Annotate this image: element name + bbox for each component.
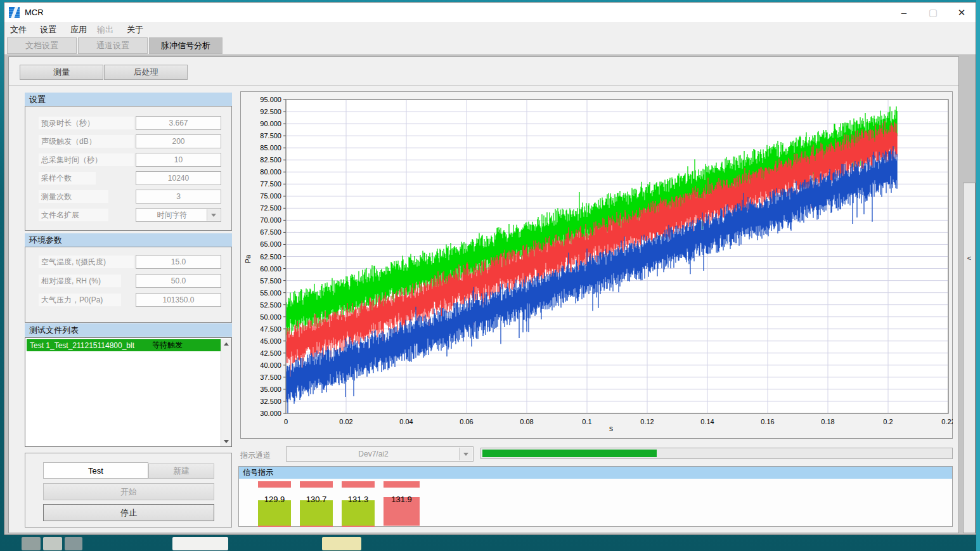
field-label-trigger-level: 声级触发（dB）	[39, 135, 134, 148]
field-value-samples[interactable]: 10240	[136, 171, 221, 185]
field-label-humidity: 相对湿度, RH (%)	[39, 275, 121, 287]
field-value-prerecord[interactable]: 3.667	[136, 116, 221, 130]
svg-text:45.000: 45.000	[260, 337, 281, 345]
minimize-button[interactable]: –	[889, 3, 919, 22]
signal-top-bar	[384, 481, 420, 488]
field-value-trigger-level[interactable]: 200	[136, 134, 221, 148]
svg-text:52.500: 52.500	[260, 301, 281, 309]
app-window: MCR – ▢ ✕ 文件 设置 应用 输出 关于 文档设置 通道设置 脉冲信号分…	[4, 2, 976, 535]
side-panel-collapsed[interactable]: <	[963, 183, 976, 533]
svg-text:0.12: 0.12	[640, 418, 654, 425]
tab-channel-settings[interactable]: 通道设置	[78, 37, 148, 54]
field-value-humidity[interactable]: 50.0	[136, 274, 221, 288]
svg-text:75.000: 75.000	[260, 192, 281, 200]
signal-top-bar	[258, 481, 291, 488]
filename-ext-dropdown[interactable]: 时间字符	[136, 208, 221, 222]
dropdown-arrow-box[interactable]	[207, 209, 220, 221]
chevron-down-icon	[463, 453, 468, 456]
svg-text:0.04: 0.04	[399, 418, 413, 425]
svg-text:65.000: 65.000	[260, 240, 281, 248]
svg-text:40.000: 40.000	[260, 361, 281, 369]
signal-value: 131.3	[342, 495, 375, 504]
svg-text:0.18: 0.18	[821, 418, 834, 425]
signal-level-block	[342, 500, 375, 527]
menu-item-file[interactable]: 文件	[10, 24, 27, 36]
menu-item-output: 输出	[97, 24, 113, 36]
subtab-postprocess[interactable]: 后处理	[104, 65, 188, 80]
maximize-button[interactable]: ▢	[919, 3, 948, 22]
divider	[9, 85, 958, 86]
svg-text:57.500: 57.500	[260, 277, 281, 285]
signal-value: 130.7	[300, 495, 333, 504]
stop-button[interactable]: 停止	[43, 504, 214, 521]
start-button[interactable]: 开始	[43, 483, 214, 500]
svg-text:60.000: 60.000	[260, 265, 281, 273]
subtab-measure[interactable]: 测量	[20, 65, 103, 80]
signal-level-block	[258, 500, 291, 527]
scroll-down-button[interactable]	[221, 436, 231, 446]
chevron-down-icon	[211, 214, 216, 217]
svg-text:0.14: 0.14	[700, 418, 714, 425]
collapse-left-icon[interactable]: <	[964, 254, 975, 262]
svg-text:62.500: 62.500	[260, 253, 281, 261]
field-value-total-time[interactable]: 10	[136, 153, 221, 167]
svg-text:0.16: 0.16	[761, 418, 774, 425]
taskbar-thumbnail	[322, 537, 361, 550]
scrollbar[interactable]	[221, 339, 231, 446]
triangle-up-icon	[224, 342, 229, 346]
environment-group-header: 环境参数	[25, 233, 232, 247]
field-label-pressure: 大气压力，P0(Pa)	[39, 294, 121, 306]
tab-pulse-signal-analysis[interactable]: 脉冲信号分析	[149, 37, 222, 54]
svg-text:70.000: 70.000	[260, 216, 281, 224]
field-label-air-temp: 空气温度, t(摄氏度)	[39, 256, 134, 268]
test-name-input[interactable]	[43, 462, 148, 479]
svg-text:s: s	[609, 424, 613, 433]
field-label-prerecord: 预录时长（秒）	[39, 117, 134, 129]
file-list-header: 测试文件列表	[25, 323, 232, 337]
signal-value: 131.9	[384, 495, 420, 504]
menu-bar: 文件 设置 应用 输出 关于	[4, 22, 976, 37]
svg-text:0.22: 0.22	[941, 418, 953, 425]
signal-top-bar	[342, 481, 375, 488]
scroll-up-button[interactable]	[221, 339, 231, 349]
field-value-pressure[interactable]: 101350.0	[136, 293, 221, 307]
action-group: 新建 开始 停止	[25, 453, 232, 528]
svg-text:82.500: 82.500	[260, 156, 281, 164]
dropdown-arrow-box[interactable]	[459, 448, 472, 460]
menu-item-about[interactable]: 关于	[127, 24, 143, 36]
file-list-item[interactable]: Test 1_Test_211215114800_blt 等待触发	[27, 339, 221, 351]
svg-text:85.000: 85.000	[260, 144, 281, 152]
svg-text:95.000: 95.000	[260, 96, 281, 103]
progress-bar	[480, 448, 953, 459]
field-label-samples: 采样个数	[39, 172, 96, 185]
signal-top-bar	[300, 481, 333, 488]
svg-text:67.500: 67.500	[260, 228, 281, 236]
svg-text:47.500: 47.500	[260, 325, 281, 333]
close-button[interactable]: ✕	[947, 3, 976, 22]
new-button[interactable]: 新建	[148, 463, 214, 479]
field-value-measure-count[interactable]: 3	[136, 190, 221, 204]
file-name: Test 1_Test_211215114800_blt	[27, 341, 134, 350]
tab-strip: 文档设置 通道设置 脉冲信号分析	[4, 37, 976, 55]
field-label-total-time: 总采集时间（秒）	[39, 153, 134, 166]
file-list[interactable]: Test 1_Test_211215114800_blt 等待触发	[25, 337, 232, 447]
svg-text:90.000: 90.000	[260, 120, 281, 127]
svg-text:32.500: 32.500	[260, 398, 281, 405]
field-value-air-temp[interactable]: 15.0	[136, 255, 221, 269]
filename-ext-value: 时间字符	[157, 210, 188, 221]
progress-fill	[482, 450, 657, 457]
indicator-channel-value: Dev7/ai2	[358, 450, 388, 458]
file-status: 等待触发	[152, 340, 183, 351]
indicator-channel-label: 指示通道	[240, 450, 271, 461]
triangle-down-icon	[224, 440, 229, 443]
svg-text:92.500: 92.500	[260, 108, 281, 115]
indicator-channel-select[interactable]: Dev7/ai2	[286, 446, 474, 462]
menu-item-apply[interactable]: 应用	[70, 24, 87, 36]
svg-text:37.500: 37.500	[260, 373, 281, 381]
taskbar-thumbnail	[65, 537, 82, 550]
svg-text:50.000: 50.000	[260, 313, 281, 321]
tab-document-settings[interactable]: 文档设置	[7, 37, 77, 54]
menu-item-settings[interactable]: 设置	[40, 24, 56, 36]
svg-text:0: 0	[284, 418, 288, 425]
taskbar-thumbnail	[172, 537, 228, 550]
